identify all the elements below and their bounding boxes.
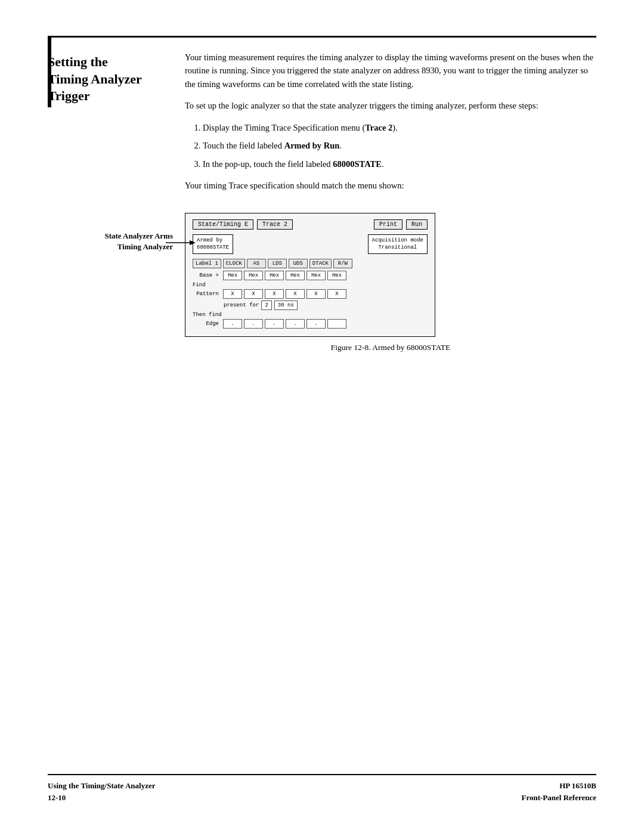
footer-left-line1: Using the Timing/State Analyzer: [48, 780, 155, 792]
paragraph3: Your timing Trace specification should m…: [185, 179, 596, 192]
ui-mockup: State/Timing E Trace 2 Print Run Armed b…: [185, 213, 435, 337]
base-cell-6[interactable]: Hex: [327, 271, 346, 280]
footer-right-line1: HP 16510B: [522, 780, 597, 792]
edge-cell-5[interactable]: .: [306, 319, 326, 329]
ui-top-bar: State/Timing E Trace 2 Print Run: [193, 219, 428, 230]
acq-mode-value: Transitional: [372, 244, 423, 252]
then-find-label: Then find: [193, 312, 428, 318]
section-heading: Setting the Timing Analyzer Trigger: [48, 54, 173, 105]
base-cell-2[interactable]: Hex: [244, 271, 263, 280]
pattern-cell-6[interactable]: X: [327, 289, 346, 299]
find-label: Find: [193, 282, 428, 288]
edge-label: Edge: [193, 321, 221, 327]
trace2-tab[interactable]: Trace 2: [257, 219, 293, 230]
label-cell-clock[interactable]: CLOCK: [223, 259, 245, 268]
state-timing-tab[interactable]: State/Timing E: [193, 219, 253, 230]
right-column: Your timing measurement requires the tim…: [185, 51, 596, 201]
armed-by-value: 68000STATE: [197, 244, 229, 252]
armed-by-box[interactable]: Armed by 68000STATE: [193, 234, 233, 254]
footer-left-line2: 12-10: [48, 792, 155, 804]
step2: Touch the field labeled Armed by Run.: [203, 139, 596, 152]
pattern-label: Pattern: [193, 291, 221, 297]
edge-cell-6[interactable]: [327, 319, 346, 329]
present-for-label: present for: [224, 302, 259, 308]
edge-cell-1[interactable]: .: [223, 319, 242, 329]
acq-mode-label: Acquisition mode: [372, 237, 423, 244]
steps-list: Display the Timing Trace Specification m…: [185, 121, 596, 171]
figure-content: State/Timing E Trace 2 Print Run Armed b…: [185, 213, 596, 352]
label-row: Label 1 CLOCK AS LDS UDS DTACK R/W: [193, 259, 428, 268]
base-cell-5[interactable]: Hex: [306, 271, 326, 280]
base-row: Base > Hex Hex Hex Hex Hex Hex: [193, 271, 428, 280]
paragraph1: Your timing measurement requires the tim…: [185, 51, 596, 91]
left-column: Setting the Timing Analyzer Trigger: [48, 51, 185, 201]
base-label: Base >: [193, 272, 221, 278]
edge-cell-3[interactable]: .: [265, 319, 284, 329]
pattern-row: Pattern X X X X X X: [193, 289, 428, 299]
figure-area: State Analyzer Arms Timing Analyzer Stat…: [48, 213, 596, 352]
run-button[interactable]: Run: [406, 219, 428, 230]
footer-left: Using the Timing/State Analyzer 12-10: [48, 780, 155, 803]
label-cell-uds[interactable]: UDS: [289, 259, 308, 268]
footer-right: HP 16510B Front-Panel Reference: [522, 780, 597, 803]
edge-cell-2[interactable]: .: [244, 319, 263, 329]
armed-by-label: Armed by: [197, 237, 229, 244]
label-cell-1[interactable]: Label 1: [193, 259, 221, 268]
page-container: Setting the Timing Analyzer Trigger Your…: [0, 0, 644, 833]
pattern-cell-1[interactable]: X: [223, 289, 242, 299]
vertical-rule: [48, 36, 51, 107]
pattern-cell-4[interactable]: X: [286, 289, 305, 299]
acq-mode-box: Acquisition mode Transitional: [368, 234, 428, 254]
svg-marker-1: [190, 240, 196, 245]
ui-middle-row: Armed by 68000STATE Acquisition mode Tra…: [193, 234, 428, 254]
base-cell-1[interactable]: Hex: [223, 271, 242, 280]
step1: Display the Timing Trace Specification m…: [203, 121, 596, 134]
label-cell-lds[interactable]: LDS: [268, 259, 287, 268]
label-cell-as[interactable]: AS: [247, 259, 266, 268]
present-for-unit[interactable]: 30 ns: [274, 301, 298, 310]
paragraph2: To set up the logic analyzer so that the…: [185, 99, 596, 112]
figure-caption: Figure 12-8. Armed by 68000STATE: [185, 343, 596, 352]
print-button[interactable]: Print: [374, 219, 402, 230]
top-rule: [48, 36, 596, 38]
footer-right-line2: Front-Panel Reference: [522, 792, 597, 804]
page-footer: Using the Timing/State Analyzer 12-10 HP…: [48, 774, 596, 803]
label-cell-rw[interactable]: R/W: [333, 259, 352, 268]
present-for-row: present for 2 30 ns: [193, 301, 428, 310]
edge-cell-4[interactable]: .: [286, 319, 305, 329]
present-for-num[interactable]: 2: [261, 301, 271, 310]
figure-label-area: State Analyzer Arms Timing Analyzer: [48, 213, 185, 252]
edge-row: Edge . . . . .: [193, 319, 428, 329]
pattern-cell-5[interactable]: X: [306, 289, 326, 299]
figure-label-text: State Analyzer Arms Timing Analyzer: [48, 231, 179, 252]
base-cell-3[interactable]: Hex: [265, 271, 284, 280]
pattern-cell-2[interactable]: X: [244, 289, 263, 299]
pattern-cell-3[interactable]: X: [265, 289, 284, 299]
step3: In the pop-up, touch the field labeled 6…: [203, 157, 596, 171]
label-cell-dtack[interactable]: DTACK: [309, 259, 332, 268]
arrow-icon: [166, 238, 196, 247]
base-cell-4[interactable]: Hex: [286, 271, 305, 280]
